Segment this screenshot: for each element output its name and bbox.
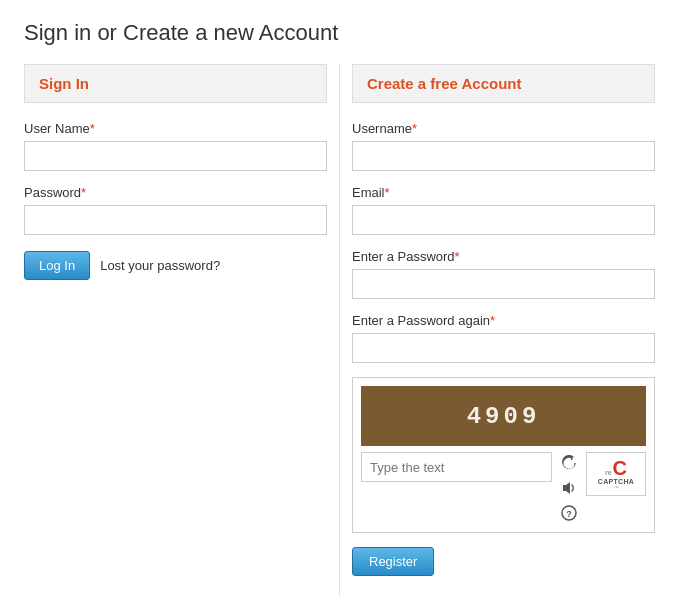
captcha-controls: ? [558,452,580,524]
register-username-label: Username* [352,121,655,136]
register-email-group: Email* [352,185,655,235]
lost-password-link[interactable]: Lost your password? [100,258,220,273]
captcha-code: 4909 [467,403,541,430]
register-username-group: Username* [352,121,655,171]
signin-password-group: Password* [24,185,327,235]
register-password-group: Enter a Password* [352,249,655,299]
register-password-again-input[interactable] [352,333,655,363]
captcha-row: ? re C CAPTCHA ™ [361,452,646,524]
captcha-input[interactable] [361,452,552,482]
register-username-input[interactable] [352,141,655,171]
captcha-container: 4909 [352,377,655,533]
recaptcha-label: CAPTCHA [598,478,634,485]
page-title: Sign in or Create a new Account [24,20,655,46]
recaptcha-tm: ™ [613,485,619,491]
recaptcha-badge: re C CAPTCHA ™ [586,452,646,496]
signin-username-group: User Name* [24,121,327,171]
register-column: Create a free Account Username* Email* E… [339,64,655,596]
signin-password-input[interactable] [24,205,327,235]
audio-icon [561,480,577,496]
captcha-image: 4909 [361,386,646,446]
register-header: Create a free Account [352,64,655,103]
captcha-refresh-button[interactable] [558,452,580,474]
two-column-layout: Sign In User Name* Password* Log In Lost… [24,64,655,596]
recaptcha-re-text: re [605,469,612,476]
help-icon: ? [561,505,577,521]
svg-text:?: ? [566,509,572,519]
signin-username-input[interactable] [24,141,327,171]
register-password-again-group: Enter a Password again* [352,313,655,363]
register-email-input[interactable] [352,205,655,235]
register-password-again-label: Enter a Password again* [352,313,655,328]
captcha-audio-button[interactable] [558,477,580,499]
captcha-help-button[interactable]: ? [558,502,580,524]
refresh-icon [561,455,577,471]
recaptcha-c-icon: C [613,458,627,478]
register-email-label: Email* [352,185,655,200]
register-button[interactable]: Register [352,547,434,576]
login-button[interactable]: Log In [24,251,90,280]
signin-action-row: Log In Lost your password? [24,251,327,280]
signin-column: Sign In User Name* Password* Log In Lost… [24,64,339,596]
signin-username-label: User Name* [24,121,327,136]
register-password-input[interactable] [352,269,655,299]
register-password-label: Enter a Password* [352,249,655,264]
signin-header: Sign In [24,64,327,103]
signin-password-label: Password* [24,185,327,200]
